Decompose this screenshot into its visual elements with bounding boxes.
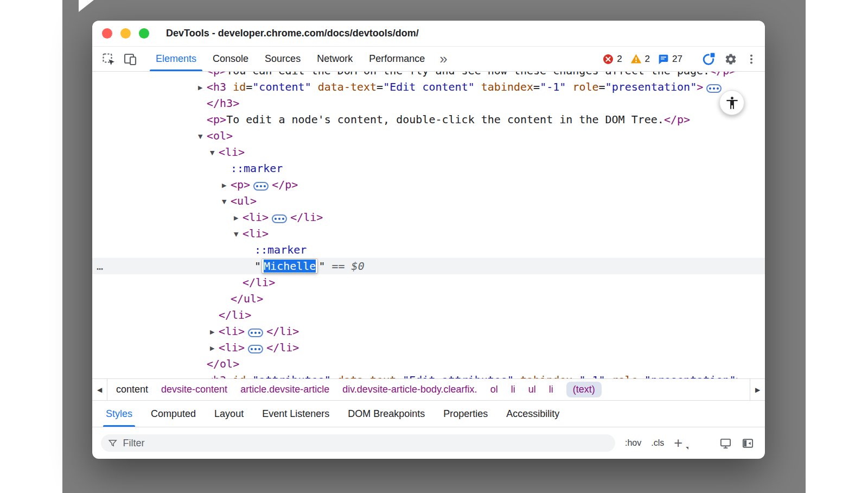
dom-tree-row-15[interactable]: </li> (92, 307, 765, 323)
styles-toolbar: :hov .cls + (92, 427, 765, 459)
disclosure-arrow[interactable]: ▶ (198, 373, 207, 378)
close-button[interactable] (102, 28, 112, 39)
more-options-button[interactable] (745, 53, 757, 65)
kebab-menu-icon (745, 53, 757, 65)
expand-ellipsis-button[interactable] (706, 84, 722, 93)
expand-ellipsis-button[interactable] (248, 328, 263, 337)
element-classes-button[interactable]: .cls (651, 438, 664, 448)
tab-network[interactable]: Network (309, 47, 361, 71)
tab-elements[interactable]: Elements (148, 47, 205, 71)
expand-ellipsis-button[interactable] (253, 182, 269, 191)
inline-text-editor[interactable]: Michelle (262, 259, 317, 273)
warning-badge[interactable]: 2 (630, 53, 650, 65)
toggle-sidebar-button[interactable] (742, 437, 754, 450)
tab-layout[interactable]: Layout (205, 401, 253, 427)
token-plain (514, 374, 520, 378)
dom-tree-row-4[interactable]: ▼<ol> (92, 128, 765, 144)
tab-styles[interactable]: Styles (97, 401, 142, 427)
disclosure-arrow[interactable]: ▼ (198, 129, 207, 145)
zoom-button[interactable] (139, 28, 149, 39)
toolbar-tabs: ElementsConsoleSourcesNetworkPerformance (148, 47, 433, 71)
tab-dom-breakpoints[interactable]: DOM Breakpoints (339, 401, 434, 427)
toggle-element-state-button[interactable]: :hov (625, 438, 641, 448)
more-tabs-button[interactable]: » (433, 47, 454, 71)
breadcrumb-scroll-right-button[interactable]: ▶ (750, 379, 765, 400)
accessibility-overlay-button[interactable] (719, 90, 744, 115)
breadcrumb-item-li[interactable]: li (549, 384, 553, 395)
token-tag: > (697, 80, 703, 93)
rendering-emulation-button[interactable] (719, 437, 732, 450)
token-plain (566, 80, 572, 93)
dom-tree-row-2[interactable]: </h3> (92, 95, 765, 111)
device-toolbar-button[interactable] (119, 47, 141, 71)
dom-tree-row-13[interactable]: </li> (92, 274, 765, 290)
dom-tree-row-9[interactable]: ▶<li></li> (92, 209, 765, 225)
filter-input[interactable] (123, 438, 608, 449)
token-plain: You can edit the DOM on the fly and see … (226, 72, 710, 77)
dom-tree-row-10[interactable]: ▼<li> (92, 225, 765, 242)
messages-badge[interactable]: 27 (658, 54, 682, 65)
tab-console[interactable]: Console (205, 47, 257, 71)
dom-tree-row-8[interactable]: ▼<ul> (92, 193, 765, 209)
breadcrumb-item-li[interactable]: li (511, 384, 515, 395)
dom-tree-row-11[interactable]: ::marker (92, 242, 765, 258)
inspect-element-button[interactable] (98, 47, 119, 71)
dom-tree-row-7[interactable]: ▶<p></p> (92, 176, 765, 193)
devtools-window: DevTools - developer.chrome.com/docs/dev… (92, 21, 765, 459)
breadcrumb-item-ul[interactable]: ul (528, 384, 536, 395)
tab-sources[interactable]: Sources (257, 47, 309, 71)
disclosure-arrow[interactable]: ▶ (234, 210, 242, 226)
update-notification-button[interactable] (701, 52, 716, 66)
tab-properties[interactable]: Properties (434, 401, 497, 427)
tab-accessibility[interactable]: Accessibility (497, 401, 569, 427)
tab-computed[interactable]: Computed (142, 401, 205, 427)
new-style-rule-button[interactable]: + (674, 436, 687, 451)
breadcrumb-item-ol[interactable]: ol (490, 384, 498, 395)
devtools-toolbar: ElementsConsoleSourcesNetworkPerformance… (92, 47, 765, 72)
dom-tree-row-3[interactable]: <p>To edit a node's content, double-clic… (92, 111, 765, 128)
dom-tree-row-19[interactable]: ▶<h3 id="attributes" data-text="Edit att… (92, 372, 765, 378)
breadcrumb-item-div-devsite-article-body-clearfix[interactable]: div.devsite-article-body.clearfix. (342, 384, 477, 395)
token-tag: </ol> (207, 357, 239, 370)
breadcrumb-scroll-left-button[interactable]: ◀ (92, 379, 107, 400)
disclosure-arrow[interactable]: ▼ (222, 194, 231, 210)
token-plain: = (599, 80, 605, 93)
tab-performance[interactable]: Performance (361, 47, 433, 71)
token-tag: </li> (290, 211, 323, 224)
token-tag: <li> (219, 325, 245, 338)
breadcrumb-item-content[interactable]: content (116, 384, 148, 395)
settings-button[interactable] (724, 53, 737, 66)
error-badge[interactable]: 2 (603, 54, 622, 65)
dock-sidebar-icon (742, 437, 754, 450)
expand-ellipsis-button[interactable] (248, 345, 263, 353)
disclosure-arrow[interactable]: ▼ (210, 145, 219, 161)
row-actions-icon[interactable]: … (97, 258, 104, 274)
token-val: "attributes" (252, 374, 331, 378)
dom-tree-row-16[interactable]: ▶<li></li> (92, 323, 765, 339)
disclosure-arrow[interactable]: ▶ (210, 324, 219, 340)
token-attr: tabindex (481, 80, 533, 93)
token-attr: data-text (337, 374, 396, 378)
dom-tree-row-12[interactable]: …"Michelle" == $0 (92, 258, 765, 274)
expand-ellipsis-button[interactable] (272, 214, 287, 223)
dom-tree-row-6[interactable]: ::marker (92, 160, 765, 176)
disclosure-arrow[interactable]: ▶ (222, 178, 231, 194)
breadcrumb-item-article-devsite-article[interactable]: article.devsite-article (240, 384, 329, 395)
disclosure-arrow[interactable]: ▼ (234, 226, 242, 243)
dom-tree-row-0[interactable]: <p>You can edit the DOM on the fly and s… (92, 72, 765, 79)
token-tag: <h3 (207, 374, 226, 378)
token-tag: <li> (219, 341, 245, 354)
disclosure-arrow[interactable]: ▶ (210, 340, 219, 357)
filter-pill[interactable] (101, 434, 615, 452)
dom-tree-row-1[interactable]: ▶<h3 id="content" data-text="Edit conten… (92, 79, 765, 95)
dom-tree-row-18[interactable]: </ol> (92, 356, 765, 372)
dom-tree-row-17[interactable]: ▶<li></li> (92, 339, 765, 356)
breadcrumb-item-devsite-content[interactable]: devsite-content (161, 384, 227, 395)
breadcrumb-item-text[interactable]: (text) (566, 382, 602, 397)
minimize-button[interactable] (120, 28, 131, 39)
tab-event-listeners[interactable]: Event Listeners (253, 401, 339, 427)
dom-tree-row-5[interactable]: ▼<li> (92, 144, 765, 160)
update-icon (701, 52, 716, 66)
dom-tree-row-14[interactable]: </ul> (92, 290, 765, 307)
disclosure-arrow[interactable]: ▶ (198, 80, 207, 96)
